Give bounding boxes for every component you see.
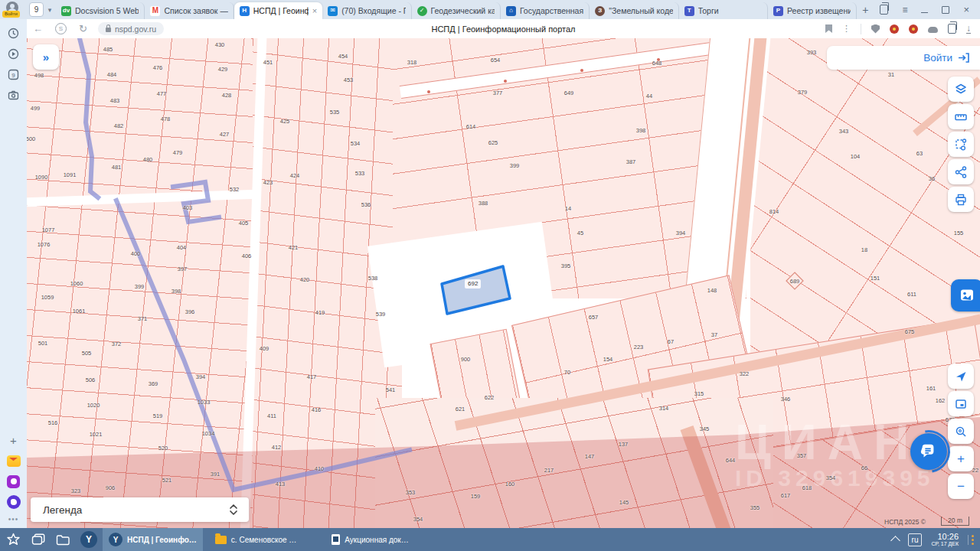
tab-strip: dvDocsvision 5 Web-клMСписок заявок — Те… bbox=[56, 0, 857, 19]
tray-expand-icon[interactable] bbox=[890, 536, 900, 546]
locate-button[interactable] bbox=[948, 364, 974, 389]
chat-icon bbox=[920, 442, 938, 461]
share-button[interactable] bbox=[948, 159, 974, 184]
tab-label: "Земельный кодекс bbox=[609, 6, 672, 15]
map-nav-tools: + − bbox=[948, 364, 974, 499]
messenger-icon[interactable] bbox=[7, 474, 21, 488]
map-canvas[interactable]: ЦИАН ID 329619395 4854304514544534984844… bbox=[27, 38, 980, 528]
adblock-extension-icon[interactable] bbox=[871, 24, 880, 34]
chat-button[interactable] bbox=[910, 433, 947, 470]
map-login-bar[interactable]: Войти bbox=[827, 46, 980, 70]
task-view-icon[interactable] bbox=[26, 533, 51, 546]
satellite-map-icon bbox=[958, 286, 976, 305]
select-area-button[interactable] bbox=[948, 132, 974, 157]
search-extent-button[interactable] bbox=[948, 419, 974, 444]
tab-label: Государственная и bbox=[520, 6, 583, 15]
mail-icon: ✉ bbox=[328, 6, 338, 16]
screen: Войти 9 ▾ dvDocsvision 5 Web-клMСписок з… bbox=[0, 0, 980, 551]
print-button[interactable] bbox=[948, 187, 974, 212]
protect-icon[interactable]: S bbox=[55, 23, 67, 34]
measure-button[interactable] bbox=[948, 104, 974, 129]
address-bar: ← S ↻ nspd.gov.ru НСПД | Геоинформационн… bbox=[27, 19, 980, 39]
tab-count-badge[interactable]: 9 bbox=[29, 2, 44, 17]
profile-button[interactable]: Войти bbox=[0, 0, 26, 19]
clock[interactable]: 10:26 СР, 17 ДЕК bbox=[931, 532, 959, 547]
address-bar-actions: ⋮ ↓ bbox=[825, 24, 980, 34]
yandex-browser-icon[interactable]: Y bbox=[75, 531, 103, 548]
torgi-icon: Т bbox=[684, 6, 694, 16]
map-tools bbox=[948, 77, 974, 212]
tab-panel-icon[interactable] bbox=[880, 5, 888, 15]
extension-icon[interactable] bbox=[909, 24, 918, 34]
url-text: nspd.gov.ru bbox=[115, 24, 156, 34]
browser-tab[interactable]: ⌂Государственная и bbox=[501, 2, 590, 19]
zoom-out-button[interactable]: − bbox=[948, 474, 974, 499]
boundary-dots bbox=[427, 58, 660, 93]
tab-list-chevron-icon[interactable]: ▾ bbox=[44, 6, 56, 14]
browser-tab[interactable]: РРеестр извещений bbox=[768, 2, 857, 19]
tabs-panel-icon[interactable]: 9 bbox=[7, 67, 21, 81]
add-panel-icon[interactable]: + bbox=[7, 433, 21, 447]
browser-menu-icon[interactable]: ≡ bbox=[902, 5, 907, 15]
incognito-extension-icon[interactable] bbox=[928, 27, 938, 33]
explorer-icon[interactable] bbox=[51, 534, 75, 546]
geocalc-icon: ✓ bbox=[417, 6, 427, 16]
kodeks-icon: З bbox=[595, 6, 605, 16]
taskbar: Y Y НСПД | Геоинфо… с. Семеновское … Аук… bbox=[0, 528, 980, 551]
task-browser[interactable]: Y НСПД | Геоинфо… bbox=[103, 528, 203, 551]
legend-collapse-icon[interactable] bbox=[229, 504, 238, 516]
yandex-mail-icon[interactable] bbox=[7, 454, 21, 468]
browser-tab[interactable]: ✉(70) Входящие - По bbox=[322, 2, 411, 19]
browser-tab[interactable]: ✓Геодезический кал bbox=[412, 2, 501, 19]
browser-tab[interactable]: ННСПД | Геоинфор× bbox=[234, 2, 322, 19]
document-icon bbox=[332, 534, 340, 545]
task-label: НСПД | Геоинфо… bbox=[127, 536, 197, 544]
zoom-in-button[interactable]: + bbox=[948, 446, 974, 471]
notification-dots[interactable] bbox=[968, 535, 974, 545]
more-actions-icon[interactable]: ⋮ bbox=[842, 24, 851, 34]
profile-login-badge: Войти bbox=[2, 11, 20, 18]
browser-tab[interactable]: dvDocsvision 5 Web-кл bbox=[56, 2, 145, 19]
bookmark-icon[interactable] bbox=[825, 24, 832, 33]
history-icon[interactable] bbox=[7, 26, 21, 40]
expand-panel-button[interactable]: » bbox=[33, 44, 59, 70]
clock-time: 10:26 bbox=[931, 532, 959, 541]
downloads-icon[interactable]: ↓ bbox=[966, 24, 971, 34]
layers-button[interactable] bbox=[948, 77, 974, 102]
attribution-text: НСПД 2025 © bbox=[884, 518, 926, 526]
extension-icon[interactable] bbox=[890, 24, 899, 34]
tab-close-icon[interactable]: × bbox=[312, 6, 317, 15]
task-folder[interactable]: с. Семеновское … bbox=[209, 528, 302, 551]
close-window-icon[interactable]: × bbox=[963, 4, 969, 15]
url-field[interactable]: nspd.gov.ru bbox=[98, 22, 164, 35]
new-tab-button[interactable]: + bbox=[857, 4, 874, 16]
language-indicator[interactable]: ru bbox=[908, 533, 923, 546]
legend-title: Легенда bbox=[43, 504, 229, 516]
sidebar-more-icon[interactable]: ••• bbox=[8, 515, 19, 523]
legend-panel[interactable]: Легенда bbox=[31, 497, 249, 522]
alice-icon[interactable] bbox=[7, 495, 21, 509]
map-attribution: НСПД 2025 © 20 m bbox=[884, 517, 969, 526]
overview-map-button[interactable] bbox=[948, 391, 974, 416]
browser-tab[interactable]: З"Земельный кодекс bbox=[590, 2, 678, 19]
browser-tab-bar: Войти 9 ▾ dvDocsvision 5 Web-клMСписок з… bbox=[0, 0, 980, 19]
support-chat[interactable] bbox=[907, 430, 950, 473]
selected-parcel[interactable] bbox=[442, 266, 510, 314]
play-panel-icon[interactable] bbox=[7, 47, 21, 60]
tab-label: Список заявок — Те bbox=[164, 6, 227, 15]
gov-icon: ⌂ bbox=[506, 6, 516, 16]
maximize-icon[interactable] bbox=[942, 6, 949, 14]
screenshot-icon[interactable] bbox=[7, 88, 21, 102]
minimize-icon[interactable] bbox=[921, 12, 928, 13]
start-button[interactable] bbox=[0, 533, 26, 547]
basemap-button[interactable] bbox=[951, 279, 980, 311]
map-vector-overlay bbox=[27, 38, 980, 528]
browser-tab[interactable]: MСписок заявок — Те bbox=[145, 2, 234, 19]
collections-icon[interactable] bbox=[948, 24, 956, 34]
utility-lines bbox=[80, 38, 410, 490]
tab-label: (70) Входящие - По bbox=[341, 6, 405, 15]
task-document[interactable]: Аукционная док… bbox=[325, 528, 414, 551]
reload-icon[interactable]: ↻ bbox=[79, 23, 87, 34]
browser-tab[interactable]: ТТорги bbox=[679, 2, 768, 19]
back-icon[interactable]: ← bbox=[33, 23, 43, 34]
